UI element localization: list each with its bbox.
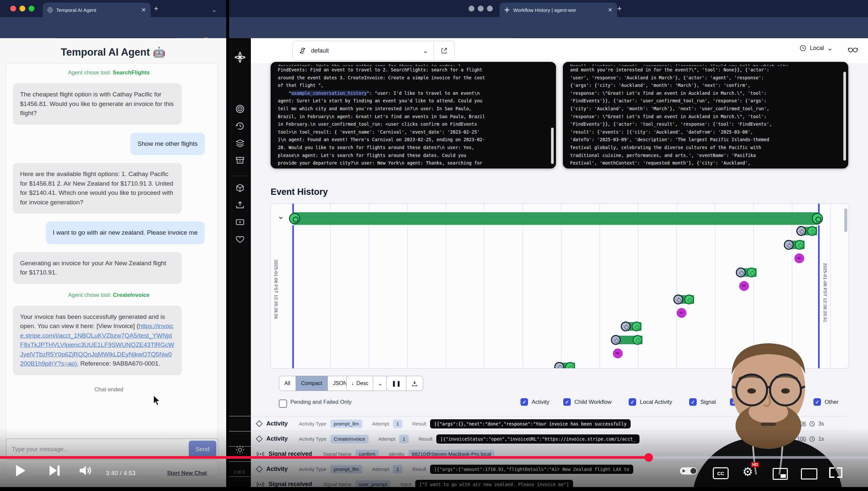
reader-glasses-icon[interactable] xyxy=(848,45,858,53)
mouse-cursor xyxy=(152,395,162,406)
temporal-logo-icon[interactable] xyxy=(234,51,246,63)
signal-node[interactable] xyxy=(677,308,686,318)
pause-button[interactable]: ❚❚ xyxy=(386,376,406,391)
code-scrollbar[interactable] xyxy=(843,72,846,161)
fullscreen-button[interactable] xyxy=(829,467,842,478)
sidebar-feedback-heart-icon[interactable] xyxy=(235,234,245,244)
activity-completed-node[interactable] xyxy=(631,321,642,331)
open-external-icon[interactable] xyxy=(441,47,448,54)
temporal-favicon-icon xyxy=(504,7,510,13)
timezone-value: Local xyxy=(810,45,824,52)
timezone-select[interactable]: Local ⌄ xyxy=(799,44,833,52)
sidebar-archival-icon[interactable] xyxy=(235,155,245,165)
close-window-button[interactable] xyxy=(10,6,16,11)
captions-button[interactable]: CC xyxy=(713,467,728,479)
namespace-topbar: default ⌄ Local ⌄ xyxy=(251,38,868,63)
checkbox-checked[interactable]: ✓ xyxy=(629,398,636,406)
sidebar-namespaces-icon[interactable] xyxy=(235,183,245,193)
sort-chevron-icon[interactable]: ⌄ xyxy=(373,376,386,391)
activity-completed-node[interactable] xyxy=(747,267,756,278)
sidebar-batch-icon[interactable] xyxy=(235,138,245,148)
timeline-start-line xyxy=(292,204,294,368)
pause-download-buttons: ❚❚ xyxy=(386,376,423,391)
tab-title: Workflow History | agent-wor xyxy=(513,7,602,13)
signal-node[interactable] xyxy=(794,253,804,263)
view-mode-segmented-control: AllCompactJSON xyxy=(279,376,352,391)
sidebar-labs-icon[interactable] xyxy=(235,217,245,227)
timeline-collapse-chevron-icon[interactable]: ⌄ xyxy=(278,211,284,221)
video-scrubber-dot[interactable] xyxy=(644,453,653,462)
checkbox-checked[interactable]: ✓ xyxy=(521,398,528,406)
minimize-window-button[interactable] xyxy=(478,6,484,11)
filter-local-activity[interactable]: ✓Local Activity xyxy=(629,398,672,406)
new-tab-button[interactable]: + xyxy=(154,5,158,12)
invoice-link[interactable]: https://invoice.stripe.com/i/acct_1NBOLu… xyxy=(20,322,174,367)
pending-failed-checkbox[interactable] xyxy=(279,400,287,408)
close-window-button[interactable] xyxy=(468,6,474,11)
zoom-window-button[interactable] xyxy=(487,6,493,11)
video-progress-played[interactable] xyxy=(0,456,649,459)
volume-button[interactable] xyxy=(78,463,93,478)
clipped-code-line: description": "Help the user gather args… xyxy=(278,62,549,66)
activity-scheduled-node[interactable] xyxy=(736,267,746,278)
view-mode-compact[interactable]: Compact xyxy=(296,376,328,391)
chat-panel: Agent chose tool: SearchFlightsThe cheap… xyxy=(6,63,218,476)
activity-scheduled-node[interactable] xyxy=(611,335,621,345)
tab-temporal-ai-agent[interactable]: Temporal AI Agent ✕ xyxy=(43,3,151,17)
video-progress-remaining[interactable] xyxy=(649,456,868,459)
signal-node[interactable] xyxy=(739,281,749,291)
activity-completed-node[interactable] xyxy=(795,240,805,250)
sort-order-button[interactable]: ↓Desc ⌄ xyxy=(346,376,387,391)
activity-completed-node[interactable] xyxy=(684,294,694,305)
tab-close-icon[interactable]: ✕ xyxy=(142,7,146,13)
code-text: FindEvents: Find an event to travel to 2… xyxy=(278,66,549,167)
minimize-window-button[interactable] xyxy=(20,6,25,11)
sidebar-import-icon[interactable] xyxy=(235,200,245,210)
activity-scheduled-node[interactable] xyxy=(673,294,683,305)
tab-overview-chevron-icon[interactable]: ⌄ xyxy=(212,6,217,14)
field-value: [{"args":{},"next":"done","response":"Yo… xyxy=(430,419,630,429)
field-attempt: Attempt1 xyxy=(372,420,402,428)
tab-close-icon[interactable]: ✕ xyxy=(608,7,613,13)
code-scrollbar[interactable] xyxy=(551,128,554,164)
field-activity-type: Activity Typeprompt_llm xyxy=(299,420,362,428)
autoplay-toggle[interactable] xyxy=(680,467,697,474)
activity-scheduled-node[interactable] xyxy=(784,240,794,250)
agent-message: The cheapest flight option is with Catha… xyxy=(13,83,182,125)
field-result: Result[{"args":{},"next":"done","respons… xyxy=(412,419,631,429)
miniplayer-button[interactable] xyxy=(773,468,788,480)
activity-scheduled-node[interactable] xyxy=(796,226,806,236)
workflow-end-node[interactable] xyxy=(812,213,823,224)
view-mode-all[interactable]: All xyxy=(279,376,296,391)
activity-completed-node[interactable] xyxy=(807,226,817,236)
sidebar-workflows-icon[interactable] xyxy=(235,104,245,114)
chat-page: Temporal AI Agent 🤖 Agent chose tool: Se… xyxy=(0,38,226,491)
zoom-window-button[interactable] xyxy=(29,6,34,11)
filter-activity[interactable]: ✓Activity xyxy=(521,398,549,406)
activity-icon xyxy=(256,420,263,427)
workflow-start-node[interactable] xyxy=(289,213,300,224)
new-tab-button[interactable]: + xyxy=(617,5,622,12)
filter-child-workflow[interactable]: ✓Child Workflow xyxy=(563,398,612,406)
next-button[interactable] xyxy=(48,463,61,478)
tab-workflow-history[interactable]: Workflow History | agent-wor ✕ xyxy=(499,3,617,17)
activity-scheduled-node[interactable] xyxy=(621,321,631,331)
left-window-titlebar: Temporal AI Agent ✕ + ⌄ xyxy=(0,0,226,17)
worker-terminal-left[interactable]: description": "Help the user gather args… xyxy=(271,62,556,169)
tool-choice-label: Agent chose tool: SearchFlights xyxy=(13,69,205,76)
sidebar-schedules-icon[interactable] xyxy=(235,121,245,131)
left-window-toolbar: ← → ⟳ i localhost:5173 ☆ C⋮ ⋮ xyxy=(0,17,226,38)
signal-node[interactable] xyxy=(613,348,623,358)
play-button[interactable] xyxy=(14,463,27,478)
namespace-select[interactable]: default ⌄ xyxy=(292,41,455,61)
download-button[interactable] xyxy=(406,376,423,391)
settings-button[interactable]: ⚙ HD xyxy=(742,466,753,478)
checkbox-checked[interactable]: ✓ xyxy=(563,398,571,406)
timeline-scrollbar[interactable] xyxy=(844,208,847,232)
workflow-execution-bar[interactable] xyxy=(293,212,819,225)
theater-mode-button[interactable] xyxy=(801,468,817,480)
activity-completed-node[interactable] xyxy=(632,335,643,345)
video-bottom-bar xyxy=(0,487,868,491)
clipped-code-line: None}}, {'actor': 'agent', 'response': {… xyxy=(570,62,841,66)
worker-terminal-right[interactable]: None}}, {'actor': 'agent', 'response': {… xyxy=(563,62,848,169)
